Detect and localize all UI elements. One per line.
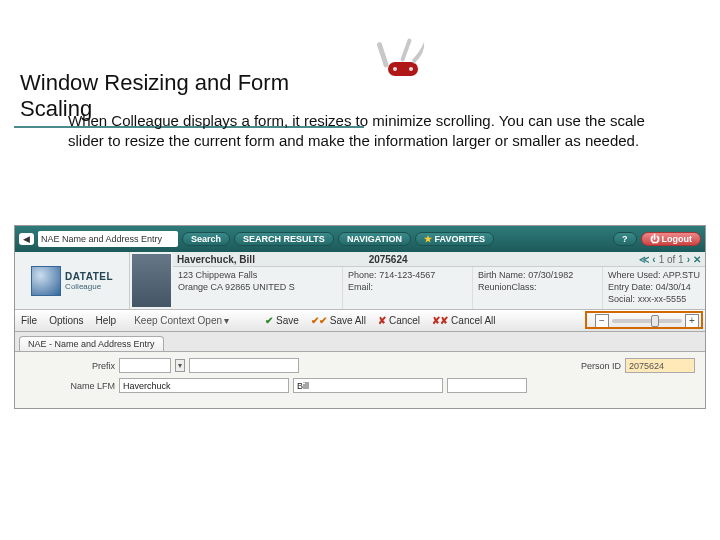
scale-slider[interactable]: − + — [595, 314, 699, 328]
reunion-label: ReunionClass: — [478, 282, 537, 292]
datatel-logo-icon — [31, 266, 61, 296]
search-button[interactable]: Search — [182, 232, 230, 246]
form-tab-nae[interactable]: NAE - Name and Address Entry — [19, 336, 164, 351]
save-all-button[interactable]: ✔✔Save All — [311, 315, 366, 326]
where-value: APP.STU — [663, 270, 700, 280]
pager-first-icon[interactable]: ≪ — [639, 254, 649, 265]
email-label: Email: — [348, 282, 373, 292]
social-value: xxx-xx-5555 — [638, 294, 687, 304]
caret-left-icon: ◀ — [23, 234, 30, 244]
menu-options[interactable]: Options — [49, 315, 83, 326]
power-icon: ⏻ — [650, 234, 659, 244]
app-topbar: ◀ NAE Name and Address Entry Search SEAR… — [15, 226, 705, 252]
swiss-army-knife-icon — [370, 34, 430, 104]
form-search-text: NAE Name and Address Entry — [41, 234, 162, 244]
name-lfm-label: Name LFM — [25, 381, 115, 391]
svg-point-2 — [409, 67, 413, 71]
personid-display: 2075624 — [625, 358, 695, 373]
prefix-dropdown-icon[interactable]: ▾ — [175, 359, 185, 372]
svg-rect-0 — [388, 62, 418, 76]
colleague-app-screenshot: ◀ NAE Name and Address Entry Search SEAR… — [14, 225, 706, 409]
cancel-all-button[interactable]: ✘✘Cancel All — [432, 315, 495, 326]
svg-rect-3 — [376, 42, 389, 68]
svg-point-1 — [393, 67, 397, 71]
entry-label: Entry Date: — [608, 282, 653, 292]
logout-button[interactable]: ⏻Logout — [641, 232, 702, 246]
x-icon: ✘ — [378, 315, 386, 326]
pager-close-icon[interactable]: ✕ — [693, 254, 701, 265]
search-results-button[interactable]: SEARCH RESULTS — [234, 232, 334, 246]
keep-context-open-toggle[interactable]: Keep Context Open ▾ — [134, 315, 229, 326]
x-all-icon: ✘✘ — [432, 315, 448, 326]
context-area: DATATEL Colleague Haverchuck, Bill 20756… — [15, 252, 705, 310]
zoom-out-button[interactable]: − — [595, 314, 609, 328]
check-all-icon: ✔✔ — [311, 315, 327, 326]
person-name: Haverchuck, Bill — [173, 254, 343, 265]
prefix-desc-input[interactable] — [189, 358, 299, 373]
personid-label: Person ID — [581, 361, 621, 371]
check-icon: ✔ — [265, 315, 273, 326]
menubar: File Options Help Keep Context Open ▾ ✔S… — [15, 310, 705, 332]
menu-help[interactable]: Help — [96, 315, 117, 326]
product-name: Colleague — [65, 282, 113, 291]
first-name-input[interactable]: Bill — [293, 378, 443, 393]
person-photo — [132, 254, 171, 307]
entry-value: 04/30/14 — [656, 282, 691, 292]
save-button[interactable]: ✔Save — [265, 315, 299, 326]
form-tabbar: NAE - Name and Address Entry — [15, 332, 705, 352]
navigation-button[interactable]: NAVIGATION — [338, 232, 411, 246]
slider-track[interactable] — [612, 319, 682, 323]
menu-file[interactable]: File — [21, 315, 37, 326]
social-label: Social: — [608, 294, 635, 304]
last-name-input[interactable]: Haverchuck — [119, 378, 289, 393]
person-id: 2075624 — [343, 254, 433, 265]
chevron-down-icon: ▾ — [224, 315, 229, 326]
pager-next-icon[interactable]: › — [687, 254, 690, 265]
form-search-input[interactable]: NAE Name and Address Entry — [38, 231, 178, 247]
record-pager[interactable]: ≪ ‹ 1 of 1 › ✕ — [433, 254, 705, 265]
slide-body-text: When Colleague displays a form, it resiz… — [62, 105, 674, 158]
prefix-input[interactable] — [119, 358, 171, 373]
favorites-button[interactable]: ★ FAVORITES — [415, 232, 494, 246]
zoom-in-button[interactable]: + — [685, 314, 699, 328]
cancel-button[interactable]: ✘Cancel — [378, 315, 420, 326]
star-icon: ★ — [424, 234, 432, 244]
birth-label: Birth Name: — [478, 270, 526, 280]
brand-logo: DATATEL Colleague — [15, 252, 130, 309]
prefix-label: Prefix — [25, 361, 115, 371]
where-label: Where Used: — [608, 270, 661, 280]
address-line1: 123 Chippewa Falls — [178, 270, 337, 280]
svg-rect-4 — [400, 38, 412, 62]
form-area: Prefix ▾ Person ID 2075624 Name LFM Have… — [15, 352, 705, 408]
birth-value: 07/30/1982 — [528, 270, 573, 280]
address-line2: Orange CA 92865 UNITED S — [178, 282, 337, 292]
middle-name-input[interactable] — [447, 378, 527, 393]
back-button[interactable]: ◀ — [19, 233, 34, 245]
pager-prev-icon[interactable]: ‹ — [652, 254, 655, 265]
pager-text: 1 of 1 — [659, 254, 684, 265]
brand-name: DATATEL — [65, 271, 113, 282]
phone-label: Phone: — [348, 270, 377, 280]
phone-value: 714-123-4567 — [379, 270, 435, 280]
slider-thumb[interactable] — [651, 315, 659, 327]
help-button[interactable]: ? — [613, 232, 637, 246]
